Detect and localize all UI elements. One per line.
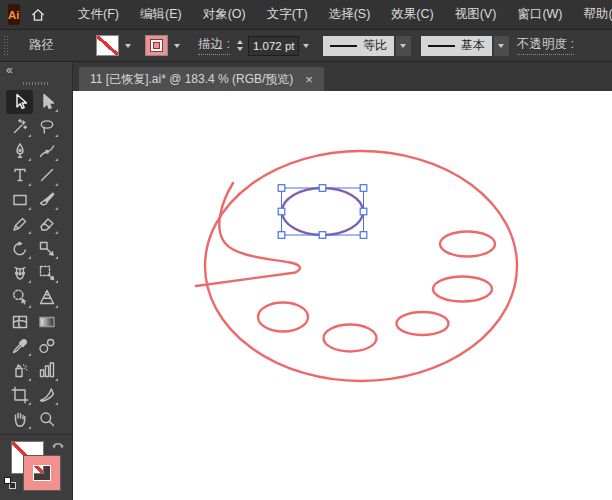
menu-type[interactable]: 文字(T) — [256, 6, 318, 23]
brush-combo: 基本 — [421, 36, 509, 56]
selection-handle[interactable] — [319, 185, 326, 192]
control-bar: 路径 描边 : 1.072 pt 等比 基本 不透明度 : — [0, 30, 612, 62]
stroke-preview-icon — [330, 45, 357, 47]
menu-effect[interactable]: 效果(C) — [381, 6, 444, 23]
rectangle-tool[interactable] — [6, 188, 33, 212]
menu-file[interactable]: 文件(F) — [68, 6, 130, 23]
context-label: 路径 — [29, 37, 54, 54]
paint-well-ellipse[interactable] — [397, 312, 449, 335]
menu-window[interactable]: 窗口(W) — [507, 6, 573, 23]
illustrator-logo-icon: Ai — [8, 4, 20, 25]
width-profile-combo: 等比 — [323, 36, 411, 56]
paint-well-ellipse[interactable] — [433, 277, 492, 302]
hand-tool[interactable] — [6, 407, 33, 431]
stroke-color-swatch[interactable] — [145, 35, 168, 56]
scale-tool[interactable] — [33, 236, 60, 260]
artboard-canvas[interactable] — [73, 91, 612, 500]
pencil-tool[interactable] — [6, 212, 33, 236]
symbol-sprayer-tool[interactable] — [6, 358, 33, 382]
document-tab-bar: 11 [已恢复].ai* @ 183.4 % (RGB/预览) × — [73, 62, 612, 91]
chevron-down-icon — [125, 44, 131, 48]
selection-handle[interactable] — [360, 208, 367, 215]
menu-view[interactable]: 视图(V) — [444, 6, 507, 23]
chevron-down-icon — [400, 44, 406, 48]
panel-drag-handle[interactable] — [22, 81, 50, 86]
gradient-tool[interactable] — [33, 310, 60, 334]
rotate-tool[interactable] — [6, 236, 33, 260]
paintbrush-tool[interactable] — [33, 188, 60, 212]
selection-handle[interactable] — [360, 185, 367, 192]
home-icon[interactable] — [30, 4, 46, 26]
step-down-icon — [237, 47, 243, 51]
slice-tool[interactable] — [33, 383, 60, 407]
width-profile-dropdown[interactable] — [396, 36, 411, 56]
perspective-grid-tool[interactable] — [33, 285, 60, 309]
selection-handle[interactable] — [278, 185, 285, 192]
width-profile-field[interactable]: 等比 — [323, 36, 394, 56]
stroke-weight-input[interactable]: 1.072 pt — [248, 36, 299, 56]
fill-color-swatch[interactable] — [96, 35, 119, 56]
column-graph-tool[interactable] — [33, 358, 60, 382]
stroke-color-dropdown[interactable] — [170, 36, 184, 55]
chevron-down-icon — [303, 44, 309, 48]
brush-preview-icon — [428, 45, 455, 47]
chevron-down-icon — [498, 44, 504, 48]
selection-handle[interactable] — [278, 208, 285, 215]
stroke-weight-label[interactable]: 描边 : — [198, 36, 230, 55]
default-fill-stroke-icon[interactable] — [4, 477, 17, 490]
width-profile-value: 等比 — [363, 37, 387, 54]
puppet-warp-tool[interactable] — [6, 261, 33, 285]
swap-fill-stroke-icon[interactable] — [51, 438, 65, 456]
stroke-weight-dropdown[interactable] — [299, 36, 313, 55]
selection-handle[interactable] — [319, 232, 326, 239]
menu-bar: Ai 文件(F)编辑(E)对象(O)文字(T)选择(S)效果(C)视图(V)窗口… — [0, 0, 612, 30]
paint-well-ellipse[interactable] — [440, 232, 495, 257]
selection-tool[interactable] — [6, 90, 33, 114]
default-fill-mini — [4, 477, 11, 484]
tools-panel: « — [0, 62, 73, 500]
menu-select[interactable]: 选择(S) — [318, 6, 381, 23]
brush-value: 基本 — [461, 37, 485, 54]
artwork-layer — [73, 91, 612, 500]
eraser-tool[interactable] — [33, 212, 60, 236]
opacity-label[interactable]: 不透明度 : — [517, 36, 574, 55]
stroke-weight-stepper[interactable] — [235, 40, 246, 51]
menu-help[interactable]: 帮助(H) — [573, 6, 612, 23]
shape-builder-tool[interactable] — [6, 285, 33, 309]
eyedropper-tool[interactable] — [6, 334, 33, 358]
pen-tool[interactable] — [6, 139, 33, 163]
document-tab[interactable]: 11 [已恢复].ai* @ 183.4 % (RGB/预览) × — [79, 67, 324, 91]
fill-stroke-controls — [0, 434, 72, 500]
type-tool[interactable] — [6, 163, 33, 187]
fill-color-dropdown[interactable] — [121, 36, 135, 55]
document-area: 11 [已恢复].ai* @ 183.4 % (RGB/预览) × — [73, 62, 612, 500]
stroke-swatch[interactable] — [24, 456, 60, 490]
menu-edit[interactable]: 编辑(E) — [129, 6, 192, 23]
zoom-tool[interactable] — [33, 407, 60, 431]
selection-handle[interactable] — [278, 232, 285, 239]
brush-dropdown[interactable] — [494, 36, 509, 56]
stroke-indicator-icon — [151, 40, 162, 51]
menu-items: 文件(F)编辑(E)对象(O)文字(T)选择(S)效果(C)视图(V)窗口(W)… — [68, 6, 612, 23]
magic-wand-tool[interactable] — [6, 114, 33, 138]
line-segment-tool[interactable] — [33, 163, 60, 187]
brush-field[interactable]: 基本 — [421, 36, 492, 56]
paint-well-ellipse[interactable] — [258, 303, 308, 332]
mesh-tool[interactable] — [6, 310, 33, 334]
blend-tool[interactable] — [33, 334, 60, 358]
direct-selection-tool[interactable] — [33, 90, 60, 114]
paint-well-ellipse[interactable] — [324, 325, 377, 352]
selection-handle[interactable] — [360, 232, 367, 239]
document-tab-title: 11 [已恢复].ai* @ 183.4 % (RGB/预览) — [90, 71, 293, 88]
step-up-icon — [237, 40, 243, 44]
chevron-down-icon — [174, 44, 180, 48]
curvature-tool[interactable] — [33, 139, 60, 163]
free-transform-tool[interactable] — [33, 261, 60, 285]
selected-ellipse-highlight — [282, 188, 363, 235]
lasso-tool[interactable] — [33, 114, 60, 138]
menu-object[interactable]: 对象(O) — [192, 6, 256, 23]
collapse-panel-icon[interactable]: « — [6, 63, 13, 77]
artboard-tool[interactable] — [6, 383, 33, 407]
panel-grip-icon[interactable] — [3, 35, 9, 57]
close-tab-icon[interactable]: × — [305, 73, 313, 86]
